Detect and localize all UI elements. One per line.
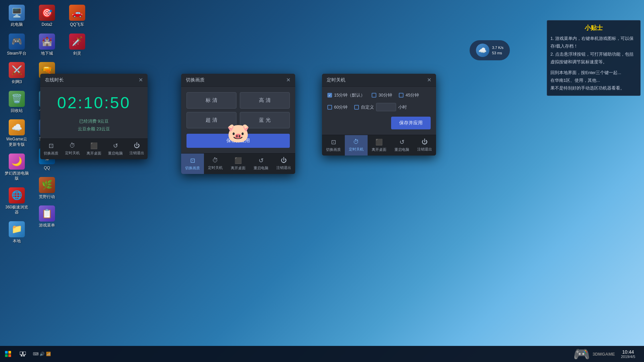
toolbar-btn-logout[interactable]: ⏻ 注销退出 <box>413 135 436 156</box>
dialog-quality-close[interactable]: ✕ <box>286 77 290 83</box>
dialog-online-close[interactable]: ✕ <box>139 77 143 83</box>
task-view-button[interactable] <box>16 346 30 362</box>
icon-label-wegame: WeGame云更新专版 <box>5 137 29 147</box>
cb-45min <box>399 93 404 98</box>
timer-option-30min[interactable]: 30分钟 <box>372 92 392 98</box>
desktop-icon-recycle[interactable]: 🗑️ 回收站 <box>3 89 30 115</box>
dialog-timer-close[interactable]: ✕ <box>427 77 431 83</box>
desktop-icon-steam[interactable]: 🎮 Steam平台 <box>3 32 30 58</box>
icon-label-dota2: Dota2 <box>42 22 52 27</box>
toolbar-label-logout: 注销退出 <box>129 150 144 156</box>
desktop-icon-gamemenu[interactable]: 📋 游戏菜单 <box>34 204 60 230</box>
timer-display: 02:10:50 <box>46 94 142 112</box>
icon-img-mhxy: 🌙 <box>9 154 25 170</box>
icon-label-browser360: 360极速浏览器 <box>5 205 29 215</box>
tray-avatar: 🎮 <box>573 346 590 362</box>
taskbar-clock: 10:44 2019/4/5 <box>618 349 639 359</box>
desktop-icon-qqcar[interactable]: 🚗 QQ飞车 <box>64 3 91 29</box>
desktop-icon-mhxy[interactable]: 🌙 梦幻西游电脑版 <box>3 152 30 183</box>
toolbar-icon-restart_pc: ↺ <box>113 142 118 149</box>
svg-rect-4 <box>20 352 22 355</box>
icon-img-recycle: 🗑️ <box>9 91 25 107</box>
toolbar-label-timer_shutdown: 定时关机 <box>65 150 80 156</box>
quality-option-blue[interactable]: 蓝 光 <box>240 112 290 128</box>
toolbar-btn-logout[interactable]: ⏻ 注销退出 <box>272 154 295 174</box>
desktop-icon-jianling[interactable]: 🗡️ 剑灵 <box>64 32 91 58</box>
icon-img-qqcar: 🚗 <box>69 5 85 21</box>
clock-date: 2019/4/5 <box>621 355 635 359</box>
icon-img-local: 📁 <box>9 221 25 237</box>
toolbar-icon-restart_pc: ↺ <box>259 157 264 164</box>
quality-option-ultra[interactable]: 超 清 <box>186 112 236 128</box>
toolbar-btn-timer_shutdown[interactable]: ⏱ 定时关机 <box>204 154 227 174</box>
timer-option-custom[interactable]: 自定义 小时 <box>354 103 407 111</box>
icon-label-mhxy: 梦幻西游电脑版 <box>5 171 29 181</box>
toolbar-label-restart_pc: 重启电脑 <box>254 166 268 171</box>
toolbar-btn-restart_pc[interactable]: ↺ 重启电脑 <box>105 139 126 159</box>
svg-rect-2 <box>5 354 8 357</box>
timer-option-60min[interactable]: 60分钟 <box>327 104 347 110</box>
quality-toolbar: ⊡ 切换画质 ⏱ 定时关机 ⬛ 离开桌面 ↺ 重启电脑 ⏻ 注销退出 <box>181 153 295 174</box>
network-speed: 3.7 K/s <box>492 45 503 51</box>
dialog-timer-title: 定时关机 <box>327 77 345 83</box>
toolbar-label-leave_desktop: 离开桌面 <box>372 147 386 152</box>
svg-rect-7 <box>23 355 25 356</box>
tips-extra: 回到本地界面，按Enter三个键一起... 在华南1区、使用，其他... 果不是… <box>550 69 637 92</box>
desktop-icon-jx3[interactable]: ⚔️ 剑网3 <box>3 61 30 86</box>
start-button[interactable] <box>0 346 16 362</box>
timer-stats: 已经消费 9云豆 云豆余额 23云豆 <box>46 117 142 133</box>
toolbar-icon-leave_desktop: ⬛ <box>375 138 383 146</box>
toolbar-label-restart_pc: 重启电脑 <box>394 147 409 152</box>
network-ping: 53 ms <box>492 50 503 56</box>
quality-option-hd[interactable]: 高 清 <box>240 92 290 109</box>
quality-option-standard[interactable]: 标 清 <box>186 92 236 109</box>
timer-opt-label-custom: 自定义 <box>361 104 374 110</box>
desktop-icon-browser360[interactable]: 🌐 360极速浏览器 <box>3 186 30 217</box>
desktop-icon-wild[interactable]: 🌿 荒野行动 <box>34 176 60 201</box>
toolbar-btn-timer_shutdown[interactable]: ⏱ 定时关机 <box>345 135 368 156</box>
timer-option-45min[interactable]: 45分钟 <box>399 92 419 98</box>
toolbar-icon-timer_shutdown: ⏱ <box>353 138 359 145</box>
toolbar-label-logout: 注销退出 <box>417 147 432 152</box>
custom-hours-input[interactable] <box>376 103 396 111</box>
toolbar-btn-logout[interactable]: ⏻ 注销退出 <box>126 139 148 159</box>
toolbar-icon-logout: ⏻ <box>422 138 428 145</box>
icon-img-jx3: ⚔️ <box>9 62 25 78</box>
icon-img-dota2: 🎯 <box>39 5 55 21</box>
toolbar-icon-logout: ⏻ <box>134 142 140 149</box>
timer-row-1: ✓ 15分钟（默认） 30分钟 45分钟 <box>327 92 431 98</box>
desktop-icon-pc[interactable]: 🖥️ 此电脑 <box>3 3 30 29</box>
toolbar-btn-leave_desktop[interactable]: ⬛ 离开桌面 <box>83 139 105 159</box>
toolbar-btn-switch_quality[interactable]: ⊡ 切换画质 <box>181 154 204 174</box>
toolbar-btn-restart_pc[interactable]: ↺ 重启电脑 <box>390 135 413 156</box>
dialog-online-titlebar: 在线时长 ✕ <box>40 74 148 87</box>
icon-img-browser360: 🌐 <box>9 187 25 203</box>
dialog-quality-title: 切换画质 <box>186 77 205 83</box>
network-widget[interactable]: ☁️ 3.7 K/s 53 ms <box>470 40 510 60</box>
icon-img-pc: 🖥️ <box>9 5 25 21</box>
toolbar-label-timer_shutdown: 定时关机 <box>208 165 223 170</box>
desktop-icon-wegame[interactable]: ☁️ WeGame云更新专版 <box>3 118 30 148</box>
icon-label-jianling: 剑灵 <box>73 51 81 56</box>
toolbar-btn-restart_pc[interactable]: ↺ 重启电脑 <box>250 154 272 174</box>
timer-save-button[interactable]: 保存并应用 <box>391 117 431 129</box>
svg-rect-0 <box>5 351 8 354</box>
icon-img-wegame: ☁️ <box>9 119 25 135</box>
timer-option-15min[interactable]: ✓ 15分钟（默认） <box>327 92 365 98</box>
dialog-quality: 切换画质 ✕ 标 清高 清超 清蓝 光 🐷 保存并应用 ⊡ 切换画质 ⏱ 定时关… <box>181 74 295 174</box>
icon-label-jx3: 剑网3 <box>12 79 22 85</box>
toolbar-btn-switch_quality[interactable]: ⊡ 切换画质 <box>322 135 345 156</box>
desktop-icon-local[interactable]: 📁 本地 <box>3 220 30 245</box>
toolbar-btn-leave_desktop[interactable]: ⬛ 离开桌面 <box>368 135 390 156</box>
timer-options: ✓ 15分钟（默认） 30分钟 45分钟 60分钟 自定义 小时 <box>322 87 436 117</box>
desktop-icon-underground[interactable]: 🏰 地下城 <box>34 32 60 58</box>
icon-label-qqcar: QQ飞车 <box>70 22 85 27</box>
toolbar-label-leave_desktop: 离开桌面 <box>231 166 246 171</box>
toolbar-btn-timer_shutdown[interactable]: ⏱ 定时关机 <box>62 139 83 159</box>
toolbar-icon-leave_desktop: ⬛ <box>234 157 242 164</box>
toolbar-btn-switch_quality[interactable]: ⊡ 切换画质 <box>40 139 62 159</box>
quality-save-button[interactable]: 保存并应用 <box>186 134 290 148</box>
toolbar-btn-leave_desktop[interactable]: ⬛ 离开桌面 <box>227 154 250 174</box>
toolbar-icon-logout: ⏻ <box>281 157 287 164</box>
desktop-icon-dota2[interactable]: 🎯 Dota2 <box>34 3 60 29</box>
